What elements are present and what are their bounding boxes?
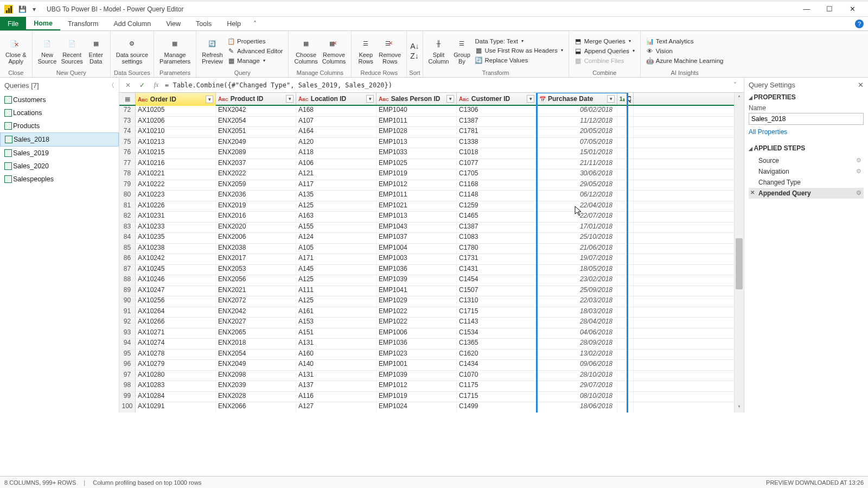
- query-item-sales_2020[interactable]: Sales_2020: [0, 160, 119, 173]
- step-gear-icon[interactable]: ⚙: [856, 189, 861, 197]
- table-cell[interactable]: A151: [296, 328, 376, 339]
- table-cell[interactable]: [617, 296, 634, 307]
- table-cell[interactable]: [617, 371, 634, 381]
- table-cell[interactable]: ENX2016: [216, 212, 296, 222]
- table-cell[interactable]: EMP1021: [376, 201, 457, 212]
- table-cell[interactable]: C1338: [457, 138, 537, 148]
- table-cell[interactable]: AX10242: [136, 254, 216, 264]
- table-cell[interactable]: ENX2054: [216, 350, 296, 360]
- table-cell[interactable]: AX10279: [136, 360, 216, 370]
- column-header-quarter[interactable]: 1₂Quar: [617, 93, 634, 105]
- column-header-customer-id[interactable]: ABCCustomer ID▾: [457, 93, 537, 105]
- help-icon[interactable]: ?: [853, 17, 866, 30]
- table-cell[interactable]: C1731: [457, 254, 537, 264]
- table-cell[interactable]: 18/06/2018: [537, 402, 617, 413]
- table-cell[interactable]: AX10210: [136, 127, 216, 137]
- table-cell[interactable]: C1259: [457, 201, 537, 212]
- table-cell[interactable]: EMP1041: [376, 286, 457, 296]
- table-cell[interactable]: 21/06/2018: [537, 244, 617, 254]
- table-cell[interactable]: C1780: [457, 244, 537, 254]
- table-cell[interactable]: [617, 233, 634, 243]
- query-item-products[interactable]: Products: [0, 119, 119, 132]
- refresh-preview-button[interactable]: 🔄Refresh Preview: [200, 36, 225, 66]
- table-cell[interactable]: AX10264: [136, 307, 216, 318]
- table-cell[interactable]: ENX2018: [216, 339, 296, 349]
- vision-button[interactable]: 👁Vision: [644, 47, 726, 55]
- table-cell[interactable]: C1175: [457, 381, 537, 391]
- table-cell[interactable]: [617, 339, 634, 349]
- table-cell[interactable]: A163: [296, 212, 376, 222]
- table-cell[interactable]: 13/02/2018: [537, 350, 617, 360]
- save-icon[interactable]: 💾: [17, 4, 27, 14]
- table-cell[interactable]: A155: [296, 223, 376, 233]
- table-cell[interactable]: EMP1012: [376, 381, 457, 391]
- split-column-button[interactable]: ╫Split Column: [426, 36, 451, 66]
- table-cell[interactable]: [617, 244, 634, 254]
- table-cell[interactable]: C1715: [457, 307, 537, 318]
- table-cell[interactable]: A120: [296, 138, 376, 148]
- table-row[interactable]: 86AX10242ENX2017A171EMP1003C173119/07/20…: [119, 254, 744, 265]
- table-cell[interactable]: ENX2027: [216, 318, 296, 328]
- table-cell[interactable]: EMP1011: [376, 117, 457, 127]
- table-cell[interactable]: AX10271: [136, 328, 216, 339]
- table-row[interactable]: 88AX10246ENX2056A125EMP1039C145423/02/20…: [119, 275, 744, 286]
- table-row[interactable]: 96AX10279ENX2049A140EMP1001C143409/06/20…: [119, 360, 744, 371]
- table-cell[interactable]: C1715: [457, 392, 537, 402]
- collapse-ribbon-icon[interactable]: ˄: [248, 17, 261, 30]
- table-cell[interactable]: [617, 265, 634, 275]
- table-cell[interactable]: A161: [296, 307, 376, 318]
- table-cell[interactable]: 19/07/2018: [537, 254, 617, 264]
- scroll-up-icon[interactable]: ˄: [735, 93, 744, 103]
- table-cell[interactable]: [617, 169, 634, 180]
- table-cell[interactable]: C1620: [457, 350, 537, 360]
- table-row[interactable]: 82AX10231ENX2016A163EMP1013C146522/07/20…: [119, 212, 744, 223]
- table-cell[interactable]: 08/10/2018: [537, 392, 617, 402]
- tab-add-column[interactable]: Add Column: [106, 17, 158, 30]
- table-cell[interactable]: AX10205: [136, 106, 216, 116]
- applied-step-source[interactable]: Source⚙: [749, 155, 864, 166]
- table-cell[interactable]: C1387: [457, 117, 537, 127]
- query-item-sales_2018[interactable]: Sales_2018: [0, 132, 119, 147]
- table-cell[interactable]: EMP1025: [376, 159, 457, 169]
- table-row[interactable]: 89AX10247ENX2021A111EMP1041C150725/09/20…: [119, 286, 744, 297]
- table-cell[interactable]: AX10216: [136, 159, 216, 169]
- append-queries-button[interactable]: ⬓Append Queries▾: [572, 47, 637, 55]
- column-header-order-id[interactable]: ABCOrder ID▾: [136, 93, 216, 106]
- table-cell[interactable]: AX10246: [136, 275, 216, 286]
- advanced-editor-button[interactable]: ✎Advanced Editor: [225, 47, 285, 55]
- table-cell[interactable]: ENX2021: [216, 286, 296, 296]
- table-cell[interactable]: A106: [296, 159, 376, 169]
- table-cell[interactable]: 15/01/2018: [537, 148, 617, 159]
- table-row[interactable]: 100AX10291ENX2066A127EMP1024C149918/06/2…: [119, 402, 744, 413]
- table-cell[interactable]: 04/06/2018: [537, 328, 617, 339]
- table-row[interactable]: 74AX10210ENX2051A164EMP1028C178120/05/20…: [119, 127, 744, 138]
- table-row[interactable]: 73AX10206ENX2054A107EMP1011C138711/12/20…: [119, 117, 744, 128]
- table-cell[interactable]: EMP1022: [376, 318, 457, 328]
- table-cell[interactable]: A105: [296, 244, 376, 254]
- properties-button[interactable]: 📋Properties: [225, 37, 285, 46]
- table-cell[interactable]: EMP1033: [376, 148, 457, 159]
- table-cell[interactable]: EMP1043: [376, 223, 457, 233]
- table-cell[interactable]: [617, 159, 634, 169]
- table-cell[interactable]: A137: [296, 381, 376, 391]
- table-cell[interactable]: C1499: [457, 402, 537, 413]
- table-cell[interactable]: 22/07/2018: [537, 212, 617, 222]
- table-cell[interactable]: [617, 381, 634, 391]
- filter-dropdown-icon[interactable]: ▾: [607, 95, 615, 103]
- table-cell[interactable]: 18/03/2018: [537, 307, 617, 318]
- table-cell[interactable]: EMP1039: [376, 275, 457, 286]
- table-cell[interactable]: EMP1040: [376, 106, 457, 116]
- table-row[interactable]: 90AX10256ENX2072A125EMP1029C131022/03/20…: [119, 296, 744, 307]
- table-cell[interactable]: EMP1022: [376, 307, 457, 318]
- table-cell[interactable]: AX10284: [136, 392, 216, 402]
- table-cell[interactable]: [617, 106, 634, 116]
- table-cell[interactable]: A127: [296, 402, 376, 413]
- remove-columns-button[interactable]: ▦✕Remove Columns: [320, 36, 348, 66]
- table-row[interactable]: 78AX10221ENX2022A121EMP1019C170530/06/20…: [119, 169, 744, 180]
- close-apply-button[interactable]: 📄✕ Close & Apply: [3, 36, 29, 66]
- table-cell[interactable]: ENX2036: [216, 191, 296, 201]
- table-row[interactable]: 76AX10215ENX2089A118EMP1033C101815/01/20…: [119, 148, 744, 159]
- table-cell[interactable]: ENX2039: [216, 381, 296, 391]
- formula-dropdown-icon[interactable]: ˅: [730, 81, 741, 89]
- table-cell[interactable]: A125: [296, 201, 376, 212]
